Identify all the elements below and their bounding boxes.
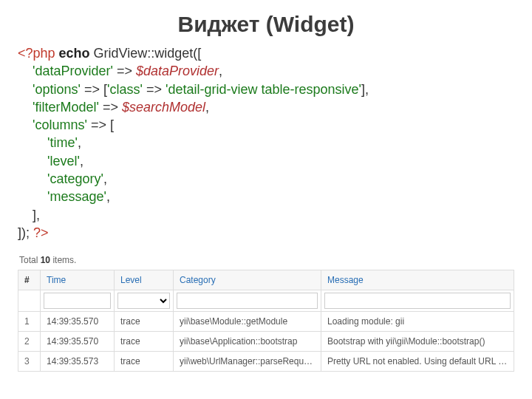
echo-keyword: echo bbox=[59, 46, 90, 61]
grid-header-row: # Time Level Category Message bbox=[18, 270, 514, 290]
arrow: => bbox=[117, 64, 132, 78]
header-serial: # bbox=[18, 270, 41, 290]
filter-message-input[interactable] bbox=[324, 293, 511, 309]
cell-category: yii\web\UrlManager::parseRequest bbox=[174, 352, 321, 372]
cell-level: trace bbox=[115, 332, 174, 352]
grid-view: Total 10 items. # Time Level Category Me… bbox=[18, 252, 514, 372]
columns-key: 'columns' bbox=[33, 117, 87, 132]
php-open-tag: <?php bbox=[18, 46, 55, 61]
options-key: 'options' bbox=[33, 82, 81, 97]
filter-level-select[interactable] bbox=[117, 293, 170, 309]
header-category: Category bbox=[174, 270, 321, 290]
col-category: 'category' bbox=[47, 171, 103, 186]
cell-level: trace bbox=[115, 352, 174, 372]
cell-category: yii\base\Module::getModule bbox=[174, 312, 321, 332]
header-time: Time bbox=[41, 270, 115, 290]
filter-serial-cell bbox=[18, 290, 41, 312]
summary-count: 10 bbox=[41, 255, 50, 265]
cell-message: Loading module: gii bbox=[321, 312, 514, 332]
cell-level: trace bbox=[115, 312, 174, 332]
cell-serial: 2 bbox=[18, 332, 41, 352]
filtermodel-var: $searchModel bbox=[122, 100, 205, 115]
filtermodel-key: 'filterModel' bbox=[33, 100, 99, 115]
cell-time: 14:39:35.570 bbox=[41, 332, 115, 352]
table-row: 2 14:39:35.570 trace yii\base\Applicatio… bbox=[18, 332, 514, 352]
sort-level-link[interactable]: Level bbox=[120, 275, 142, 285]
col-time: 'time' bbox=[47, 135, 78, 150]
dataprovider-var: $dataProvider bbox=[136, 64, 219, 78]
columns-close: ], bbox=[33, 208, 40, 222]
col-level: 'level' bbox=[47, 154, 80, 168]
filter-category-input[interactable] bbox=[177, 293, 318, 309]
header-message: Message bbox=[321, 270, 514, 290]
widget-call: GridView::widget([ bbox=[94, 46, 202, 61]
grid-body: 1 14:39:35.570 trace yii\base\Module::ge… bbox=[18, 312, 514, 372]
col-message: 'message' bbox=[47, 189, 106, 204]
call-close: ]); bbox=[18, 225, 30, 240]
cell-message: Bootstrap with yii\gii\Module::bootstrap… bbox=[321, 332, 514, 352]
class-key: 'class' bbox=[107, 82, 143, 97]
sort-time-link[interactable]: Time bbox=[47, 275, 66, 285]
cell-time: 14:39:35.573 bbox=[41, 352, 115, 372]
grid-summary: Total 10 items. bbox=[18, 252, 514, 270]
page-title: Виджет (Widget) bbox=[18, 12, 514, 37]
grid-filter-row bbox=[18, 290, 514, 312]
header-level: Level bbox=[115, 270, 174, 290]
php-close-tag: ?> bbox=[33, 225, 49, 240]
table-row: 1 14:39:35.570 trace yii\base\Module::ge… bbox=[18, 312, 514, 332]
summary-suffix: items. bbox=[50, 255, 76, 265]
dataprovider-key: 'dataProvider' bbox=[33, 64, 113, 78]
grid-table: # Time Level Category Message 1 14: bbox=[18, 270, 514, 372]
slide: Виджет (Widget) <?php echo GridView::wid… bbox=[0, 0, 532, 399]
class-val: 'detail-grid-view table-responsive' bbox=[166, 82, 361, 97]
filter-time-input[interactable] bbox=[44, 293, 111, 309]
summary-prefix: Total bbox=[19, 255, 41, 265]
sort-category-link[interactable]: Category bbox=[180, 275, 216, 285]
sort-message-link[interactable]: Message bbox=[327, 275, 364, 285]
cell-message: Pretty URL not enabled. Using default UR… bbox=[321, 352, 514, 372]
table-row: 3 14:39:35.573 trace yii\web\UrlManager:… bbox=[18, 352, 514, 372]
cell-category: yii\base\Application::bootstrap bbox=[174, 332, 321, 352]
cell-serial: 3 bbox=[18, 352, 41, 372]
cell-serial: 1 bbox=[18, 312, 41, 332]
cell-time: 14:39:35.570 bbox=[41, 312, 115, 332]
code-block: <?php echo GridView::widget([ 'dataProvi… bbox=[18, 44, 514, 242]
